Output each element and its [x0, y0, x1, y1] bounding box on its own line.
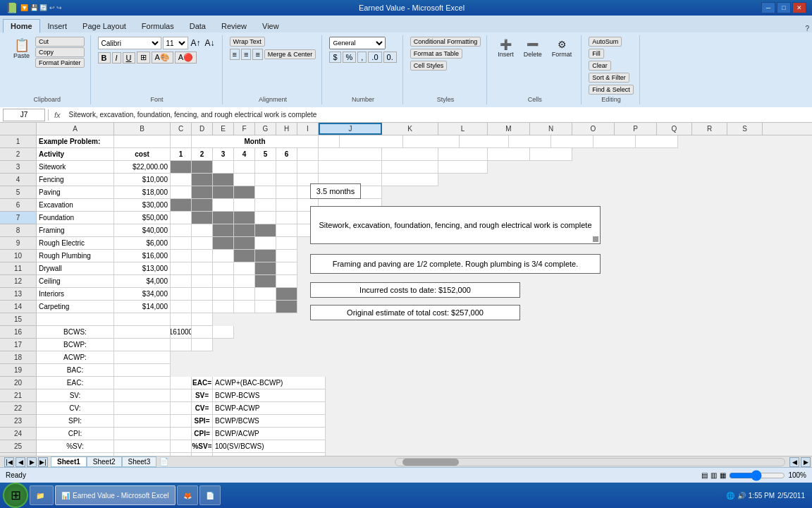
- cell-k4[interactable]: [382, 174, 438, 186]
- cell-a23[interactable]: SPI:: [37, 415, 114, 428]
- cell-d25[interactable]: %SV=: [192, 440, 213, 453]
- comma-button[interactable]: ,: [357, 52, 367, 63]
- cell-e10[interactable]: [213, 250, 234, 262]
- formula-input[interactable]: Sitework, excavation, foundation, fencin…: [66, 111, 809, 119]
- cell-f14[interactable]: [234, 301, 255, 313]
- insert-button[interactable]: ➕ Insert: [494, 37, 517, 60]
- cell-reference-box[interactable]: J7: [3, 109, 45, 121]
- cell-k2[interactable]: [382, 148, 438, 161]
- cell-c4[interactable]: [171, 174, 192, 186]
- align-center-button[interactable]: ≡: [241, 49, 251, 60]
- text2-overlay[interactable]: Framing and paving are 1/2 complete. Rou…: [310, 254, 601, 274]
- cell-e12[interactable]: [213, 275, 234, 288]
- cell-h10[interactable]: [276, 250, 297, 262]
- cell-a20[interactable]: EAC:: [37, 377, 114, 389]
- col-header-p[interactable]: P: [615, 123, 657, 135]
- cell-e8[interactable]: [213, 224, 234, 237]
- cell-f4[interactable]: [234, 174, 255, 186]
- cell-m1[interactable]: [509, 135, 551, 148]
- cell-b8[interactable]: $40,000: [114, 224, 171, 237]
- minimize-button[interactable]: ─: [761, 2, 775, 13]
- cell-d14[interactable]: [192, 301, 213, 313]
- col-header-a[interactable]: A: [37, 123, 114, 135]
- hscroll-right[interactable]: ▶: [801, 457, 811, 467]
- cell-h3[interactable]: [276, 161, 297, 174]
- row-header-3[interactable]: 3: [0, 161, 36, 174]
- cell-c5[interactable]: [171, 186, 192, 199]
- cell-a13[interactable]: Interiors: [37, 288, 114, 301]
- cell-a26[interactable]: %CV:: [37, 453, 114, 456]
- cell-c7[interactable]: [171, 212, 192, 224]
- row-header-24[interactable]: 24: [0, 428, 36, 440]
- cell-f10[interactable]: [234, 250, 255, 262]
- zoom-slider[interactable]: [729, 471, 785, 480]
- cell-j3[interactable]: [319, 161, 382, 174]
- row-header-6[interactable]: 6: [0, 199, 36, 212]
- tab-view[interactable]: View: [254, 19, 287, 32]
- row-header-13[interactable]: 13: [0, 288, 36, 301]
- cell-e23[interactable]: BCWP/BCWS: [213, 415, 326, 428]
- cell-d9[interactable]: [192, 237, 213, 250]
- cell-b2[interactable]: cost: [114, 148, 171, 161]
- horizontal-scrollbar[interactable]: |◀ ◀ ▶ ▶| Sheet1 Sheet2 Sheet3 📄 ◀ ▶: [0, 456, 812, 467]
- cell-e2[interactable]: 3: [213, 148, 234, 161]
- currency-button[interactable]: $: [329, 52, 340, 63]
- copy-button[interactable]: Copy: [35, 47, 85, 57]
- delete-button[interactable]: ➖ Delete: [520, 37, 546, 60]
- tab-page-layout[interactable]: Page Layout: [75, 19, 134, 32]
- row-header-14[interactable]: 14: [0, 301, 36, 313]
- cell-b11[interactable]: $13,000: [114, 262, 171, 275]
- tab-formulas[interactable]: Formulas: [134, 19, 182, 32]
- cell-l3[interactable]: [438, 161, 488, 174]
- cell-c8[interactable]: [171, 224, 192, 237]
- cell-f8[interactable]: [234, 224, 255, 237]
- cell-i1[interactable]: [319, 135, 340, 148]
- resize-handle[interactable]: [593, 236, 598, 242]
- clear-button[interactable]: Clear: [589, 61, 611, 71]
- taskbar-firefox[interactable]: 🦊: [177, 485, 198, 505]
- cell-b6[interactable]: $30,000: [114, 199, 171, 212]
- cell-a21[interactable]: SV:: [37, 389, 114, 402]
- cell-g7[interactable]: [255, 212, 276, 224]
- merge-center-button[interactable]: Merge & Center: [264, 49, 316, 59]
- cell-a4[interactable]: Fencing: [37, 174, 114, 186]
- tab-insert[interactable]: Insert: [40, 19, 75, 32]
- costs-overlay[interactable]: Incurred costs to date: $152,000: [310, 282, 520, 298]
- cell-b14[interactable]: $14,000: [114, 301, 171, 313]
- cell-b22[interactable]: [114, 402, 171, 415]
- cell-b10[interactable]: $16,000: [114, 250, 171, 262]
- taskbar-excel[interactable]: 📊 Earned Value - Microsoft Excel: [55, 485, 176, 505]
- cell-a9[interactable]: Rough Electric: [37, 237, 114, 250]
- cell-g10[interactable]: [255, 250, 276, 262]
- row-header-16[interactable]: 16: [0, 326, 36, 339]
- row-header-15[interactable]: 15: [0, 313, 36, 326]
- sort-filter-button[interactable]: Sort & Filter: [589, 73, 629, 83]
- cell-a19[interactable]: BAC:: [37, 364, 114, 377]
- col-header-o[interactable]: O: [572, 123, 615, 135]
- cell-b12[interactable]: $4,000: [114, 275, 171, 288]
- row-header-21[interactable]: 21: [0, 389, 36, 402]
- cell-b24[interactable]: [114, 428, 171, 440]
- col-header-b[interactable]: B: [114, 123, 171, 135]
- cell-b15[interactable]: [114, 313, 171, 326]
- row-header-22[interactable]: 22: [0, 402, 36, 415]
- cell-b1[interactable]: [114, 135, 171, 148]
- col-header-e[interactable]: E: [213, 123, 234, 135]
- cell-h5[interactable]: [276, 186, 297, 199]
- col-header-h[interactable]: H: [276, 123, 297, 135]
- row-header-18[interactable]: 18: [0, 351, 36, 364]
- row-header-1[interactable]: 1: [0, 135, 36, 148]
- conditional-formatting-button[interactable]: Conditional Formatting: [410, 37, 481, 47]
- row-header-20[interactable]: 20: [0, 377, 36, 389]
- cell-b18[interactable]: [114, 351, 171, 364]
- row-header-26[interactable]: 26: [0, 453, 36, 456]
- decrease-decimal-button[interactable]: 0.: [383, 52, 397, 63]
- cell-b16[interactable]: [114, 326, 171, 339]
- align-right-button[interactable]: ≡: [252, 49, 262, 60]
- maximize-button[interactable]: □: [777, 2, 791, 13]
- col-header-s[interactable]: S: [727, 123, 763, 135]
- cell-d8[interactable]: [192, 224, 213, 237]
- tab-review[interactable]: Review: [214, 19, 254, 32]
- font-grow-button[interactable]: A↑: [190, 38, 202, 48]
- cell-c1[interactable]: [171, 135, 192, 148]
